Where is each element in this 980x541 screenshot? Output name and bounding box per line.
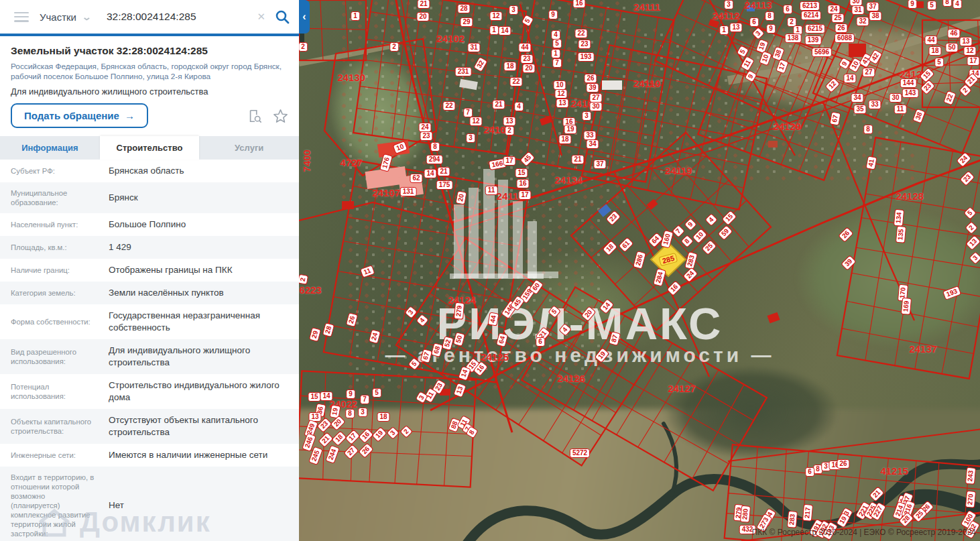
parcel-label[interactable]: 3 — [582, 111, 591, 121]
parcel-label[interactable]: 2 — [505, 126, 514, 135]
quarter-label[interactable]: 24128 — [896, 190, 924, 202]
parcel-label[interactable]: 26 — [835, 23, 847, 33]
parcel-label[interactable]: 18 — [558, 135, 571, 144]
parcel-label[interactable]: 8 — [680, 235, 693, 247]
parcel-label[interactable]: 20 — [522, 64, 535, 73]
parcel-label[interactable]: 30 — [589, 102, 602, 111]
parcel-label[interactable]: 13 — [556, 99, 568, 108]
parcel-label[interactable]: 217 — [802, 504, 813, 522]
parcel-label[interactable]: 18 — [377, 412, 389, 422]
parcel-label[interactable]: 38 — [869, 11, 881, 21]
parcel-label[interactable]: 5 — [522, 15, 534, 27]
parcel-label[interactable]: 13 — [965, 235, 980, 250]
parcel-label[interactable]: 17 — [518, 190, 531, 200]
parcel-label[interactable]: 37 — [593, 160, 606, 169]
parcel-label[interactable]: 32 — [473, 56, 488, 72]
chevron-down-icon[interactable]: ⌄ — [82, 12, 92, 22]
parcel-label[interactable]: 24 — [418, 123, 431, 132]
clear-search-icon[interactable]: ✕ — [257, 11, 265, 23]
parcel-label[interactable]: 87 — [609, 331, 621, 346]
quarter-label[interactable]: 24125 — [481, 351, 509, 363]
parcel-label[interactable]: 67 — [420, 349, 432, 363]
parcel-label[interactable]: 23 — [920, 79, 935, 95]
parcel-label[interactable]: 17 — [345, 429, 360, 444]
parcel-label[interactable]: 44 — [487, 312, 499, 326]
search-icon[interactable] — [275, 9, 290, 24]
parcel-label[interactable]: 5272 — [570, 448, 590, 458]
search-input[interactable] — [105, 10, 257, 23]
parcel-label[interactable]: 12 — [963, 46, 976, 56]
parcel-label[interactable]: 23 — [605, 210, 621, 225]
parcel-label[interactable]: 20 — [455, 190, 467, 204]
parcel-label[interactable]: 12 — [489, 11, 502, 21]
parcel-label[interactable]: 13 — [959, 37, 972, 46]
parcel-label[interactable]: 9 — [766, 24, 776, 34]
parcel-label[interactable]: 21 — [492, 100, 505, 109]
parcel-label[interactable]: 23 — [959, 170, 975, 186]
favorite-star-icon[interactable] — [273, 109, 288, 123]
parcel-label[interactable]: 64 — [496, 333, 508, 347]
parcel-label[interactable]: 18 — [331, 430, 347, 446]
tab-services[interactable]: Услуги — [199, 136, 299, 160]
parcel-label[interactable]: 23 — [420, 131, 432, 141]
parcel-label[interactable]: 44 — [518, 43, 531, 52]
quarter-label[interactable]: 24126 — [557, 373, 585, 384]
parcel-label[interactable]: 160 — [660, 230, 674, 248]
parcel-label[interactable]: 6 — [536, 337, 545, 347]
parcel-label[interactable]: 18 — [602, 240, 617, 255]
parcel-label[interactable]: 14 — [599, 298, 614, 314]
parcel-label[interactable]: 176 — [379, 154, 393, 172]
parcel-label[interactable]: 5 — [372, 388, 381, 398]
parcel-label[interactable]: 42 — [868, 49, 883, 65]
parcel-label[interactable]: 27 — [343, 444, 359, 459]
parcel-label[interactable]: 14 — [424, 169, 436, 178]
parcel-label[interactable]: 13 — [503, 117, 515, 126]
parcel-label[interactable]: 30 — [889, 93, 902, 103]
quarter-label[interactable]: 24110 — [633, 78, 661, 89]
parcel-label[interactable]: 2 — [965, 221, 977, 234]
parcel-label[interactable]: 34 — [851, 93, 863, 103]
parcel-label[interactable]: 4 — [416, 314, 428, 326]
parcel-label[interactable]: 33 — [583, 131, 596, 140]
parcel-label[interactable]: 23 — [578, 40, 591, 49]
parcel-label[interactable]: 26 — [584, 74, 597, 83]
parcel-label[interactable]: 193 — [942, 286, 961, 300]
parcel-label[interactable]: 14 — [320, 392, 332, 401]
parcel-label[interactable]: 244 — [325, 445, 340, 464]
parcel-label[interactable]: 44 — [924, 36, 937, 45]
parcel-label[interactable]: 6215 — [805, 24, 825, 34]
parcel-label[interactable]: 17 — [776, 59, 789, 74]
parcel-label[interactable]: 31 — [467, 43, 480, 52]
parcel-label[interactable]: 134 — [894, 209, 904, 227]
quarter-label[interactable]: 4727 — [340, 157, 362, 168]
parcel-label[interactable]: 5 — [934, 58, 944, 67]
parcel-label[interactable]: 8 — [942, 0, 952, 7]
parcel-label[interactable]: 7 — [463, 108, 473, 117]
parcel-label[interactable]: 2 — [389, 42, 399, 52]
parcel-label[interactable]: 279 — [454, 302, 465, 320]
parcel-label[interactable]: 22 — [943, 91, 957, 106]
parcel-label[interactable]: 8 — [863, 125, 873, 134]
parcel-label[interactable]: 39 — [841, 255, 856, 270]
parcel-label[interactable]: 25 — [701, 239, 717, 255]
document-search-icon[interactable] — [247, 109, 262, 123]
parcel-label[interactable]: 19 — [371, 426, 387, 442]
parcel-label[interactable]: 138 — [785, 34, 802, 43]
parcel-label[interactable]: 17 — [967, 56, 979, 66]
parcel-label[interactable]: 1 — [719, 25, 729, 35]
parcel-label[interactable]: 1 — [351, 11, 360, 21]
parcel-label[interactable]: 21 — [417, 0, 430, 9]
parcel-label[interactable]: 175 — [436, 180, 453, 190]
parcel-label[interactable]: 231 — [455, 67, 472, 76]
parcel-label[interactable]: 2 — [299, 274, 308, 285]
quarter-label[interactable]: 6223 — [299, 284, 321, 296]
parcel-label[interactable]: 27 — [862, 68, 875, 77]
parcel-label[interactable]: 14 — [458, 366, 471, 381]
parcel-label[interactable]: 19 — [594, 347, 609, 363]
parcel-label[interactable]: 9 — [745, 70, 757, 83]
tab-construction[interactable]: Строительство — [100, 136, 200, 160]
parcel-label[interactable]: 5 — [963, 206, 976, 219]
parcel-label[interactable]: 14 — [498, 26, 511, 36]
parcel-label[interactable]: 6214 — [801, 11, 821, 20]
parcel-label[interactable]: 193 — [578, 52, 595, 62]
